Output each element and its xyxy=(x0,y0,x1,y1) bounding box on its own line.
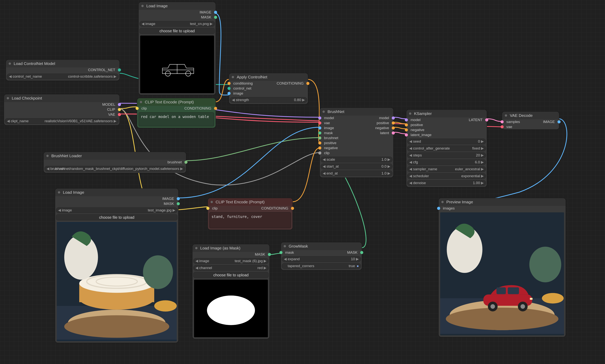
port-conditioning-out[interactable] xyxy=(306,82,309,85)
node-load-checkpoint[interactable]: Load Checkpoint MODEL CLIP VAE ◀ckpt_nam… xyxy=(4,94,120,125)
port-mask-in[interactable] xyxy=(318,131,321,134)
node-title[interactable]: Load Image xyxy=(139,2,215,10)
node-ksampler[interactable]: KSampler modelLATENT positive negative l… xyxy=(406,110,487,187)
port-brushnet[interactable] xyxy=(184,161,188,164)
widget-scheduler[interactable]: ◀schedulerexponential▶ xyxy=(407,173,486,179)
node-title[interactable]: Load Image (as Mask) xyxy=(192,244,269,252)
node-load-image-cn[interactable]: Load Image IMAGE MASK ◀imagetest_cn.png▶… xyxy=(138,2,216,95)
port-vae[interactable] xyxy=(118,113,121,116)
widget-image[interactable]: ◀imagetest_image.jpg▶ xyxy=(56,207,177,213)
node-clip-text-encode-negative[interactable]: CLIP Text Encode (Prompt) clipCONDITIONI… xyxy=(208,198,293,230)
port-image-in[interactable] xyxy=(228,92,230,95)
port-conditioning[interactable] xyxy=(291,207,294,210)
port-conditioning[interactable] xyxy=(214,107,217,110)
node-title[interactable]: BrushNet xyxy=(320,108,393,116)
node-title[interactable]: CLIP Text Encode (Prompt) xyxy=(137,98,215,106)
port-model-in[interactable] xyxy=(405,118,408,121)
widget-end-at[interactable]: ◀end_at1.0▶ xyxy=(321,170,392,176)
node-title[interactable]: Load Checkpoint xyxy=(4,94,120,102)
port-images-in[interactable] xyxy=(437,207,440,210)
node-vae-decode[interactable]: VAE Decode samplesIMAGE vae xyxy=(502,111,559,130)
node-title[interactable]: VAE Decode xyxy=(502,112,559,119)
port-positive-out[interactable] xyxy=(392,121,395,125)
prompt-textarea[interactable]: stand, furniture, cover xyxy=(209,212,291,228)
node-title[interactable]: BrushNet Loader xyxy=(44,152,186,160)
port-negative-in[interactable] xyxy=(318,146,321,150)
node-load-controlnet-model[interactable]: Load ControlNet Model CONTROL_NET ◀contr… xyxy=(6,60,120,81)
node-clip-text-encode-positive[interactable]: CLIP Text Encode (Prompt) clipCONDITIONI… xyxy=(137,98,216,128)
node-title[interactable]: Preview Image xyxy=(439,198,565,206)
port-mask[interactable] xyxy=(214,16,217,19)
port-negative-out[interactable] xyxy=(392,127,395,130)
node-apply-controlnet[interactable]: Apply ControlNet conditioningCONDITIONIN… xyxy=(229,73,308,104)
port-negative-in[interactable] xyxy=(405,128,408,131)
port-model-out[interactable] xyxy=(392,117,395,119)
port-control-net[interactable] xyxy=(118,68,121,71)
node-title[interactable]: CLIP Text Encode (Prompt) xyxy=(208,198,293,206)
widget-scale[interactable]: ◀scale1.0▶ xyxy=(321,157,392,162)
node-title[interactable]: Load ControlNet Model xyxy=(6,60,120,67)
port-latent-image-in[interactable] xyxy=(405,133,408,136)
port-image-in[interactable] xyxy=(318,127,321,130)
port-clip-in[interactable] xyxy=(318,151,321,155)
node-brushnet[interactable]: BrushNet modelmodel vaepositive imageneg… xyxy=(320,108,393,178)
port-vae-in[interactable] xyxy=(501,125,504,128)
widget-expand[interactable]: ◀expand10▶ xyxy=(282,256,361,262)
port-mask-in[interactable] xyxy=(279,251,282,254)
widget-cfg[interactable]: ◀cfg6.0▶ xyxy=(407,159,486,165)
svg-point-17 xyxy=(207,296,255,325)
node-title[interactable]: GrowMask xyxy=(281,242,362,250)
widget-sampler-name[interactable]: ◀sampler_nameeuler_ancestral▶ xyxy=(407,166,486,172)
node-preview-image[interactable]: Preview Image images xyxy=(438,198,566,337)
port-mask-out[interactable] xyxy=(360,251,363,254)
port-clip-in[interactable] xyxy=(135,107,139,110)
port-image[interactable] xyxy=(177,197,180,200)
node-load-image-main[interactable]: Load Image IMAGE MASK ◀imagetest_image.j… xyxy=(55,188,178,343)
node-title[interactable]: Apply ControlNet xyxy=(229,73,308,81)
port-clip[interactable] xyxy=(118,108,121,111)
node-brushnet-loader[interactable]: BrushNet Loader brushnet ◀brushnetbrushn… xyxy=(43,152,186,173)
widget-start-at[interactable]: ◀start_at0.0▶ xyxy=(321,164,392,169)
port-vae-in[interactable] xyxy=(318,121,321,125)
port-mask[interactable] xyxy=(268,253,271,256)
port-image[interactable] xyxy=(214,11,217,14)
widget-image[interactable]: ◀imagetest_cn.png▶ xyxy=(139,21,215,27)
upload-button[interactable]: choose file to upload xyxy=(193,272,269,278)
port-conditioning-in[interactable] xyxy=(228,82,230,85)
image-preview xyxy=(140,36,214,93)
widget-steps[interactable]: ◀steps20▶ xyxy=(407,152,486,158)
port-brushnet-in[interactable] xyxy=(318,136,321,140)
chevron-left-icon[interactable]: ◀ xyxy=(9,74,12,79)
port-mask[interactable] xyxy=(177,202,180,205)
port-clip-in[interactable] xyxy=(206,207,209,210)
port-positive-in[interactable] xyxy=(405,123,408,127)
node-title[interactable]: KSampler xyxy=(406,110,487,117)
port-image-out[interactable] xyxy=(557,120,561,123)
widget-control-after-generate[interactable]: ◀control_after_generatefixed▶ xyxy=(407,145,486,151)
widget-strength[interactable]: ◀strength0.80▶ xyxy=(230,97,307,103)
upload-button[interactable]: choose file to upload xyxy=(56,214,177,221)
port-samples-in[interactable] xyxy=(501,120,504,123)
node-growmask[interactable]: GrowMask maskMASK ◀expand10▶ tapered_cor… xyxy=(281,242,362,270)
widget-tapered-corners[interactable]: tapered_cornerstrue● xyxy=(282,263,361,269)
widget-ckpt-name[interactable]: ◀ckpt_namerealisticVisionV60B1_v51VAE.sa… xyxy=(5,118,119,124)
image-preview xyxy=(194,280,268,337)
node-title[interactable]: Load Image xyxy=(55,189,178,196)
node-load-image-mask[interactable]: Load Image (as Mask) MASK ◀imagetest_mas… xyxy=(192,244,270,339)
upload-button[interactable]: choose file to upload xyxy=(139,28,215,34)
port-model-in[interactable] xyxy=(318,117,321,119)
image-preview xyxy=(440,212,564,335)
port-control-net-in[interactable] xyxy=(228,87,230,90)
prompt-textarea[interactable]: red car model on a wooden table xyxy=(139,112,214,126)
widget-channel[interactable]: ◀channelred▶ xyxy=(193,265,269,271)
port-latent-out[interactable] xyxy=(485,118,488,121)
widget-control-net-name[interactable]: ◀control_net_namecontrol-scribble.safete… xyxy=(7,74,119,79)
port-positive-in[interactable] xyxy=(318,142,321,144)
widget-seed[interactable]: ◀seed0▶ xyxy=(407,139,486,144)
widget-image[interactable]: ◀imagetest_mask (6).jpg▶ xyxy=(193,258,269,264)
port-model[interactable] xyxy=(118,103,121,106)
widget-brushnet[interactable]: ◀brushnetbrushnet/random_mask_brushnet_c… xyxy=(44,166,185,172)
port-latent-out[interactable] xyxy=(392,131,395,134)
widget-denoise[interactable]: ◀denoise1.00▶ xyxy=(407,180,486,186)
chevron-right-icon[interactable]: ▶ xyxy=(114,74,117,79)
